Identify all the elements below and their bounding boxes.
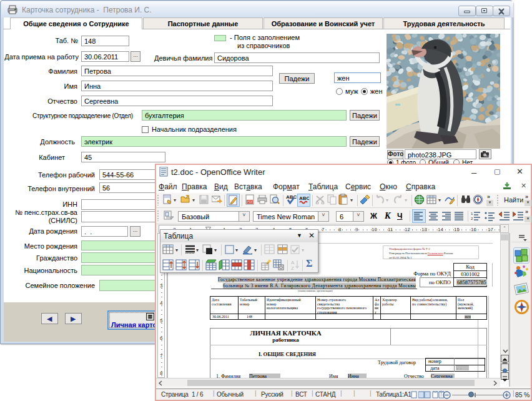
- svg-text:ABC: ABC: [286, 194, 297, 200]
- svg-text:6.0: 6.0: [486, 154, 490, 157]
- svg-text:PDF: PDF: [247, 200, 253, 204]
- svg-text:A: A: [291, 260, 295, 265]
- svg-text:ABC: ABC: [299, 196, 309, 201]
- svg-text:1: 1: [471, 212, 473, 215]
- svg-text:Z: Z: [291, 265, 294, 270]
- svg-text:2: 2: [471, 217, 473, 220]
